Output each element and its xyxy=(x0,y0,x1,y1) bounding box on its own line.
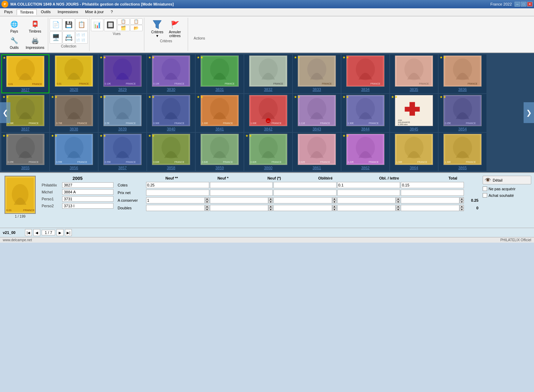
vues-btn-5[interactable]: 🗂️ xyxy=(117,25,130,31)
stamp-3831[interactable]: ★★ FRANCE 3831 xyxy=(196,54,244,93)
conserver-obl-input[interactable] xyxy=(337,197,396,203)
doubles-down-1[interactable]: ▼ xyxy=(205,208,209,211)
stamp-3842[interactable]: 1.00€ FRANCE — 3842 xyxy=(244,94,292,132)
annuler-criteres-button[interactable]: 🚩 Annulercritères xyxy=(168,18,182,38)
stamp-3834[interactable]: ★★ FRANCE 3834 xyxy=(341,54,389,93)
stamp-3859[interactable]: 0.64€ FRANCE 3859 xyxy=(196,133,244,171)
stamp-3843[interactable]: ★★ 1.11€ FRANCE 3843 xyxy=(293,94,341,132)
stamp-3857[interactable]: ★★ 0.55€ FRANCE 3857 xyxy=(99,133,146,171)
michel-input[interactable] xyxy=(62,189,113,195)
menu-timbres[interactable]: Timbres xyxy=(17,9,36,15)
detail-button[interactable]: 👁️ Détail xyxy=(483,176,531,184)
restore-button[interactable]: □ xyxy=(521,2,526,7)
menu-pays[interactable]: Pays xyxy=(1,9,15,15)
stamp-3836[interactable]: ★★ FRANCE 3836 xyxy=(439,54,486,93)
next-page-arrow[interactable]: ❯ xyxy=(524,102,534,123)
stamp-3835[interactable]: FRANCE 3835 xyxy=(390,54,438,93)
cotes-obl-lettre-input[interactable] xyxy=(401,182,464,188)
collection-btn-5[interactable]: 📇 xyxy=(62,31,75,44)
stamp-3855[interactable]: ★★ 0.05€ FRANCE 3855 xyxy=(1,133,49,171)
doubles-obl-lettre-input[interactable] xyxy=(401,205,459,211)
stamp-3864[interactable]: 1.98€ FRANCE 3864 xyxy=(390,133,438,171)
next-page-button[interactable]: ▶ xyxy=(57,229,63,236)
collection-btn-1[interactable]: 📄 xyxy=(50,18,62,31)
conserver-neuf2-input[interactable] xyxy=(146,197,205,203)
cotes-obl-input[interactable] xyxy=(337,182,400,188)
conserver-up-1[interactable]: ▲ xyxy=(205,197,209,200)
prix-neuf0-input[interactable] xyxy=(273,190,337,196)
conserver-up-2[interactable]: ▲ xyxy=(269,197,273,200)
conserver-down-3[interactable]: ▼ xyxy=(332,200,337,203)
conserver-down-2[interactable]: ▼ xyxy=(269,200,273,203)
doubles-down-4[interactable]: ▼ xyxy=(396,208,400,211)
collection-btn-2[interactable]: 💾 xyxy=(62,18,75,31)
prix-obl-lettre-input[interactable] xyxy=(401,190,464,196)
conserver-up-4[interactable]: ▲ xyxy=(396,197,400,200)
doubles-neuf2-input[interactable] xyxy=(146,205,205,211)
doubles-down-3[interactable]: ▼ xyxy=(332,208,337,211)
pays-button[interactable]: 🌐 Pays xyxy=(4,18,24,34)
conserver-down-4[interactable]: ▼ xyxy=(396,200,400,203)
cotes-neuf0-input[interactable] xyxy=(273,182,337,188)
prev-page-button[interactable]: ◀ xyxy=(33,229,40,236)
doubles-up-3[interactable]: ▲ xyxy=(332,205,337,208)
perso2-input[interactable] xyxy=(62,203,113,209)
stamp-3830[interactable]: ★★ 0.10€ FRANCE 3830 xyxy=(147,54,195,93)
conserver-up-3[interactable]: ▲ xyxy=(332,197,337,200)
impressions-button[interactable]: 🖨️ Impressions xyxy=(25,35,45,50)
vues-btn-4[interactable]: 📋 xyxy=(130,18,143,25)
close-button[interactable]: ✕ xyxy=(527,2,533,7)
stamp-3860[interactable]: ★★ 0.82€ FRANCE 3860 xyxy=(244,133,292,171)
stamp-3841[interactable]: ★★ 1.00€ FRANCE 3841 xyxy=(196,94,244,132)
menu-help[interactable]: ? xyxy=(108,9,116,15)
stamp-3833[interactable]: ★★ FRANCE 3833 xyxy=(293,54,341,93)
conserver-obl-lettre-input[interactable] xyxy=(401,197,459,203)
vues-btn-3[interactable]: 📋 xyxy=(117,18,130,25)
achat-souhaite-checkbox[interactable] xyxy=(483,193,487,198)
perso1-input[interactable] xyxy=(62,196,113,202)
vues-btn-6[interactable]: 📂 xyxy=(130,25,143,31)
stamp-3862[interactable]: ★★ 1.22€ FRANCE 3862 xyxy=(341,133,389,171)
menu-impressions[interactable]: Impressions xyxy=(55,9,81,15)
doubles-down-2[interactable]: ▼ xyxy=(269,208,273,211)
cotes-neuf2-input[interactable] xyxy=(146,182,209,188)
prev-page-arrow[interactable]: ❮ xyxy=(0,102,10,123)
minimize-button[interactable]: ─ xyxy=(515,2,520,7)
stamp-3827[interactable]: ★★ 0.01 FRANCE 3827 xyxy=(1,54,49,93)
philatelix-input[interactable] xyxy=(62,182,113,188)
cotes-neuf1-input[interactable] xyxy=(210,182,273,188)
ne-pas-acquérir-checkbox[interactable] xyxy=(483,186,487,191)
vues-btn-2[interactable]: 🔲 xyxy=(104,19,117,31)
prix-neuf1-input[interactable] xyxy=(210,190,273,196)
stamp-3840[interactable]: ★★ 0.90€ FRANCE 3840 xyxy=(147,94,195,132)
criteres-button[interactable]: Critères▼ xyxy=(150,18,165,38)
prix-neuf2-input[interactable] xyxy=(146,190,209,196)
stamp-3861[interactable]: 0.82€ FRANCE 3861 xyxy=(293,133,341,171)
conserver-neuf1-input[interactable] xyxy=(210,197,269,203)
conserver-up-5[interactable]: ▲ xyxy=(460,197,464,200)
stamp-3858[interactable]: ★★ 0.64€ FRANCE 3858 xyxy=(147,133,195,171)
menu-outils[interactable]: Outils xyxy=(38,9,53,15)
vues-btn-1[interactable]: 📊 xyxy=(91,19,103,31)
stamp-3856[interactable]: ★★ 0.55€ FRANCE 3856 xyxy=(50,133,98,171)
menu-mise-a-jour[interactable]: Mise à jour xyxy=(82,9,107,15)
doubles-up-5[interactable]: ▲ xyxy=(460,205,464,208)
stamp-3844[interactable]: ★★ 1.90€ FRANCE 3844 xyxy=(341,94,389,132)
last-page-button[interactable]: ▶| xyxy=(65,229,72,236)
conserver-down-5[interactable]: ▼ xyxy=(460,200,464,203)
doubles-up-4[interactable]: ▲ xyxy=(396,205,400,208)
collection-btn-6[interactable]: 📄📄 📄📄 xyxy=(75,31,88,44)
stamp-3838[interactable]: ★★ 0.70€ FRANCE 3838 xyxy=(50,94,98,132)
prix-obl-input[interactable] xyxy=(337,190,400,196)
doubles-down-5[interactable]: ▼ xyxy=(460,208,464,211)
collection-btn-4[interactable]: 🖥️ xyxy=(50,31,62,44)
conserver-neuf0-input[interactable] xyxy=(273,197,332,203)
doubles-neuf1-input[interactable] xyxy=(210,205,269,211)
stamp-3829[interactable]: ★★ 0.10€ FRANCE 3829 xyxy=(99,54,146,93)
timbres-button[interactable]: 📮 Timbres xyxy=(25,18,45,34)
stamp-3845[interactable]: ★★ SOLIDARITÉ ASE 0.20€+don 3845 xyxy=(390,94,438,132)
outils-button[interactable]: 🔧 Outils xyxy=(4,35,24,50)
stamp-3828[interactable]: 0.01 FRANCE 3828 xyxy=(50,54,98,93)
doubles-up-2[interactable]: ▲ xyxy=(269,205,273,208)
stamp-3865[interactable]: 1.98€ FRANCE 3865 xyxy=(439,133,486,171)
